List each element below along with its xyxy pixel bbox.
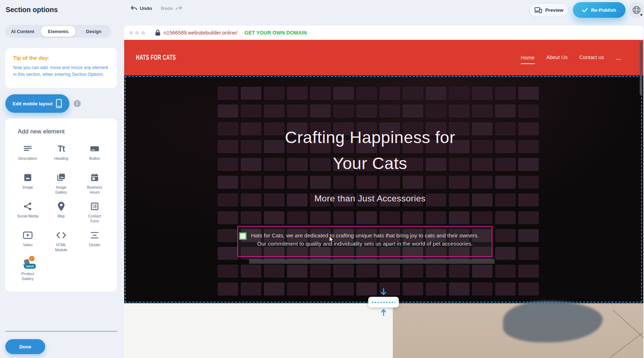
tip-title: Tip of the day: xyxy=(13,55,109,61)
share-icon xyxy=(23,200,32,212)
preview-scrollbar[interactable] xyxy=(640,42,642,95)
code-icon xyxy=(56,229,66,241)
element-product-gallery[interactable]: ↑ SHOP Product Gallery xyxy=(11,258,44,287)
preview-button[interactable]: Preview xyxy=(529,3,569,17)
element-social-media[interactable]: Social Media xyxy=(11,200,44,229)
undo-icon xyxy=(130,5,137,11)
element-image[interactable]: Image xyxy=(11,172,44,200)
form-icon xyxy=(90,200,99,212)
nav-about-us[interactable]: About Us xyxy=(547,54,568,61)
redo-icon xyxy=(175,5,183,11)
description-icon xyxy=(23,143,32,155)
button-icon xyxy=(90,143,100,155)
undo-label: Undo xyxy=(140,6,152,11)
edit-mobile-layout-button[interactable]: Edit mobile layout xyxy=(5,94,69,113)
info-icon[interactable] xyxy=(73,100,81,107)
calendar-icon xyxy=(90,172,99,184)
done-button[interactable]: Done xyxy=(5,339,45,354)
site-header[interactable]: HATS FOR CATS Home About Us Contact us .… xyxy=(124,40,643,75)
heading-icon: Tt xyxy=(58,144,65,154)
resize-handle-green[interactable] xyxy=(239,232,247,240)
site-viewport: HATS FOR CATS Home About Us Contact us .… xyxy=(124,40,643,358)
globe-icon xyxy=(632,5,641,15)
element-button[interactable]: Button xyxy=(78,143,111,172)
shop-badge: SHOP xyxy=(24,264,36,269)
preview-label: Preview xyxy=(545,7,563,13)
mouse-cursor xyxy=(329,236,334,243)
tab-design[interactable]: Design xyxy=(76,25,111,38)
app-window: Section options Undo Redo Preview Re-Pub… xyxy=(0,0,644,358)
tip-body: Now you can add, move and resize any ele… xyxy=(13,64,109,78)
nav-contact-us[interactable]: Contact us xyxy=(579,54,604,61)
element-video[interactable]: Video xyxy=(11,229,44,258)
nav-home[interactable]: Home xyxy=(521,55,535,64)
get-domain-link[interactable]: GET YOUR OWN DOMAIN xyxy=(244,30,307,36)
phone-icon xyxy=(56,99,62,108)
window-dots-icon xyxy=(129,31,145,35)
hero-section[interactable]: Crafting Happiness for Your Cats More th… xyxy=(124,75,643,303)
page-title: Section options xyxy=(6,6,58,14)
image-gallery-icon xyxy=(56,172,66,184)
element-image-gallery[interactable]: Image Gallery xyxy=(44,172,78,200)
redo-button[interactable]: Redo xyxy=(161,5,183,11)
element-html-module[interactable]: HTML Module xyxy=(44,229,78,258)
hero-title[interactable]: Crafting Happiness for Your Cats xyxy=(246,124,495,176)
republish-label: Re-Publish xyxy=(591,7,616,13)
sidebar-tabs: AI Content Elements Design xyxy=(5,25,111,38)
site-preview-window: n1566589.websitebuilder.online/ GET YOUR… xyxy=(124,26,643,358)
add-new-element-panel: Add new element Description Tt Heading B… xyxy=(5,119,117,291)
redo-label: Redo xyxy=(161,6,173,11)
section-resize-handle[interactable] xyxy=(368,297,399,307)
site-url: n1566589.websitebuilder.online/ xyxy=(164,30,237,36)
add-new-element-title: Add new element xyxy=(18,128,117,135)
image-icon xyxy=(23,172,32,184)
product-gallery-icon: ↑ SHOP xyxy=(22,258,34,270)
tab-elements[interactable]: Elements xyxy=(41,26,75,37)
next-section-image[interactable] xyxy=(393,303,643,358)
undo-button[interactable]: Undo xyxy=(130,5,152,11)
element-shadow-strip xyxy=(249,259,495,264)
divider-icon xyxy=(90,229,99,241)
lock-icon xyxy=(155,30,160,36)
cat-shadow xyxy=(503,301,603,342)
republish-button[interactable]: Re-Publish xyxy=(573,2,625,18)
selected-text-element[interactable]: Hats for Cats, we are dedicated to craft… xyxy=(237,226,492,257)
sidebar-divider xyxy=(5,331,117,332)
tab-ai-content[interactable]: AI Content xyxy=(5,25,40,38)
tip-of-the-day-card: Tip of the day: Now you can add, move an… xyxy=(5,48,117,88)
resize-arrow-up-icon xyxy=(380,307,387,316)
check-icon xyxy=(582,8,588,12)
globe-badge xyxy=(640,13,643,16)
map-pin-icon xyxy=(57,200,65,212)
element-map[interactable]: Map xyxy=(44,200,78,229)
resize-arrow-down-icon xyxy=(380,288,387,297)
element-divider[interactable]: Divider xyxy=(78,229,111,258)
element-description[interactable]: Description xyxy=(11,143,44,172)
nav-more-button[interactable]: ... xyxy=(616,55,621,61)
hero-subtitle[interactable]: More than Just Accessories xyxy=(246,194,495,204)
site-logo[interactable]: HATS FOR CATS xyxy=(136,53,176,61)
element-grid: Description Tt Heading Button Image xyxy=(5,143,117,287)
element-heading[interactable]: Tt Heading xyxy=(44,143,78,172)
language-globe-button[interactable] xyxy=(628,2,644,18)
site-nav: Home About Us Contact us ... xyxy=(521,40,621,75)
upgrade-arrow-badge: ↑ xyxy=(29,256,35,261)
element-contact-form[interactable]: Contact Form xyxy=(78,200,111,229)
edit-mobile-label: Edit mobile layout xyxy=(13,101,53,106)
devices-icon xyxy=(534,7,542,13)
browser-address-bar: n1566589.websitebuilder.online/ GET YOUR… xyxy=(124,26,643,40)
video-icon xyxy=(23,229,33,241)
element-business-hours[interactable]: Business Hours xyxy=(78,172,111,200)
next-section-background[interactable] xyxy=(124,303,393,358)
